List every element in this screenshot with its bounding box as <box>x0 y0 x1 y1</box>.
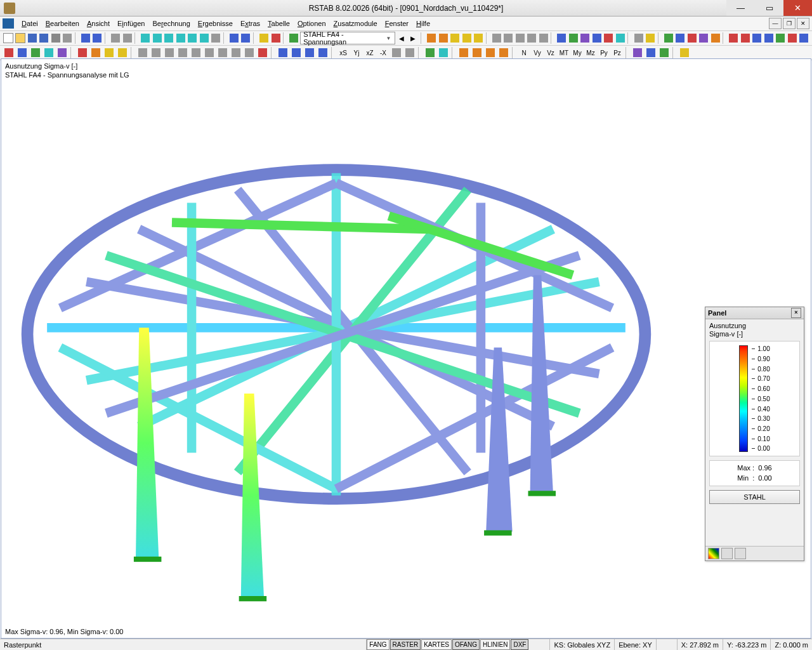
tb-workplane[interactable] <box>674 32 685 44</box>
tb-show-loads[interactable] <box>258 32 269 44</box>
tb-copy[interactable] <box>110 32 121 44</box>
tb2-move[interactable] <box>136 46 149 59</box>
tb-comment[interactable] <box>710 32 721 44</box>
tb2-cross[interactable] <box>56 46 69 59</box>
tb-rotate[interactable] <box>152 32 162 44</box>
tb2-load4[interactable] <box>116 46 129 59</box>
tb2-node[interactable] <box>3 46 15 59</box>
tb2-load2[interactable] <box>89 46 102 59</box>
tb-solid[interactable] <box>526 32 537 44</box>
tb-gen5[interactable] <box>798 32 809 44</box>
tb2-sel-all[interactable] <box>277 46 289 59</box>
mdi-close[interactable]: ✕ <box>797 18 809 29</box>
tb-wireframe[interactable] <box>514 32 525 44</box>
tb-zoom[interactable] <box>164 32 174 44</box>
tb2-rotate[interactable] <box>176 46 189 59</box>
menu-zusatzmodule[interactable]: Zusatzmodule <box>330 18 381 29</box>
tb-gen2[interactable] <box>763 32 774 44</box>
menu-hilfe[interactable]: Hilfe <box>412 18 434 29</box>
tb-new[interactable] <box>3 32 14 44</box>
tb-print-preview[interactable] <box>62 32 72 44</box>
tb2-axis-xs[interactable]: xS <box>337 46 350 59</box>
tb-gen4[interactable] <box>787 32 797 44</box>
tb-snap[interactable] <box>503 32 514 44</box>
menu-ansicht[interactable]: Ansicht <box>83 18 114 29</box>
tb2-views[interactable] <box>424 46 436 59</box>
tb-filter[interactable] <box>645 32 655 44</box>
tb2-res-pz[interactable]: Pz <box>611 46 624 59</box>
tb2-res-vy[interactable]: Vy <box>531 46 544 59</box>
tb2-axis-v[interactable] <box>403 46 416 59</box>
tb2-deform2[interactable] <box>645 46 657 59</box>
tb-zoom-prev[interactable] <box>199 32 209 44</box>
mdi-restore[interactable]: ❐ <box>783 18 796 29</box>
menu-einfuegen[interactable]: Einfügen <box>114 18 148 29</box>
tb-gen3[interactable] <box>775 32 786 44</box>
tb2-arrow2[interactable] <box>471 46 483 59</box>
tb-find[interactable] <box>210 32 221 44</box>
tb-show-results[interactable] <box>270 32 281 44</box>
tb-display[interactable] <box>633 32 644 44</box>
tb2-arrow3[interactable] <box>484 46 497 59</box>
tb-next[interactable]: ▶ <box>408 32 419 44</box>
mdi-minimize[interactable]: — <box>769 18 782 29</box>
tb-view-iso[interactable] <box>228 32 239 44</box>
tb-hinges[interactable] <box>615 32 625 44</box>
tb2-arrow1[interactable] <box>457 46 470 59</box>
tb2-res-mt[interactable]: MT <box>558 46 570 59</box>
tb-ucs[interactable] <box>663 32 674 44</box>
tb2-member[interactable] <box>16 46 29 59</box>
tb-grid[interactable] <box>491 32 502 44</box>
tb-anim[interactable] <box>473 32 483 44</box>
tb2-res-py[interactable]: Py <box>598 46 610 59</box>
tb2-trim[interactable] <box>243 46 256 59</box>
tb-supports[interactable] <box>568 32 579 44</box>
toggle-fang[interactable]: FANG <box>367 639 389 650</box>
tb2-sel-win[interactable] <box>290 46 303 59</box>
tb-zoom-extents[interactable] <box>187 32 198 44</box>
tb2-hinge[interactable] <box>43 46 55 59</box>
tb2-merge[interactable] <box>216 46 229 59</box>
toggle-dxf[interactable]: DXF <box>511 639 528 650</box>
tb-zoom-window[interactable] <box>175 32 186 44</box>
tb-undo[interactable] <box>80 32 91 44</box>
tb-gen1[interactable] <box>752 32 763 44</box>
tb-model-check[interactable] <box>728 32 739 44</box>
tb-numbering[interactable] <box>556 32 567 44</box>
panel-tab-colors-icon[interactable] <box>708 548 719 559</box>
tb-members[interactable] <box>591 32 602 44</box>
toggle-ofang[interactable]: OFANG <box>452 639 480 650</box>
tb-pan[interactable] <box>140 32 151 44</box>
tb-module[interactable] <box>289 32 299 44</box>
menu-tabelle[interactable]: Tabelle <box>264 18 294 29</box>
tb2-res-n[interactable]: N <box>518 46 530 59</box>
tb2-axis-yj[interactable]: Yj <box>350 46 363 59</box>
toggle-hlinien[interactable]: HLINIEN <box>480 639 510 650</box>
combo-module[interactable]: STAHL FA4 - Spannungsan▼ <box>300 32 395 44</box>
tb2-axis-nz[interactable] <box>390 46 403 59</box>
tb-saveall[interactable] <box>38 32 49 44</box>
menu-ergebnisse[interactable]: Ergebnisse <box>194 18 237 29</box>
tb2-support[interactable] <box>29 46 42 59</box>
menu-berechnung[interactable]: Berechnung <box>148 18 193 29</box>
menu-fenster[interactable]: Fenster <box>381 18 412 29</box>
minimize-button[interactable]: — <box>726 0 755 16</box>
tb2-res-mz[interactable]: Mz <box>584 46 597 59</box>
tb-open[interactable] <box>15 32 26 44</box>
maximize-button[interactable]: ▭ <box>755 0 783 16</box>
tb2-axis-xz[interactable]: xZ <box>363 46 376 59</box>
tb-print[interactable] <box>50 32 61 44</box>
tb2-table[interactable] <box>678 46 691 59</box>
tb2-arrow4[interactable] <box>497 46 510 59</box>
tb-calc[interactable] <box>426 32 436 44</box>
tb-save[interactable] <box>27 32 37 44</box>
menu-extras[interactable]: Extras <box>237 18 264 29</box>
tb-results-on[interactable] <box>461 32 472 44</box>
menu-optionen[interactable]: Optionen <box>294 18 330 29</box>
panel-tab-factors-icon[interactable] <box>721 548 733 559</box>
menu-datei[interactable]: Datei <box>18 18 42 29</box>
tb2-delete[interactable] <box>256 46 269 59</box>
tb-sections[interactable] <box>580 32 591 44</box>
tb-plausib[interactable] <box>740 32 750 44</box>
tb2-sel-prev[interactable] <box>303 46 316 59</box>
